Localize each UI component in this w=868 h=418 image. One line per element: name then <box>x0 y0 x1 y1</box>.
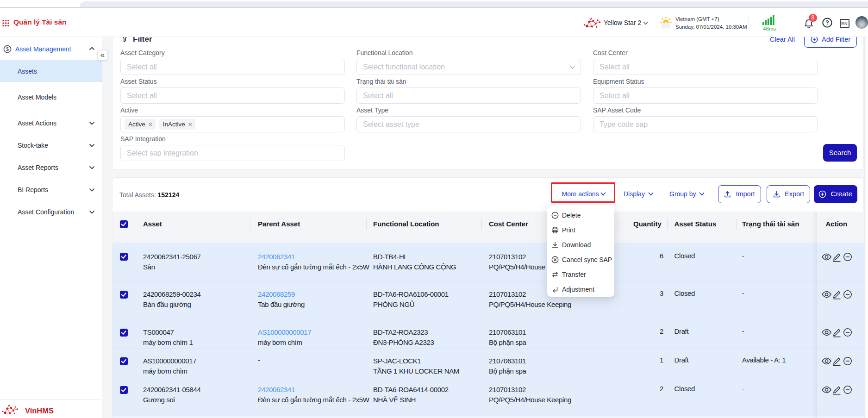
svg-text:?: ? <box>825 19 829 26</box>
svg-text:$: $ <box>6 46 9 52</box>
